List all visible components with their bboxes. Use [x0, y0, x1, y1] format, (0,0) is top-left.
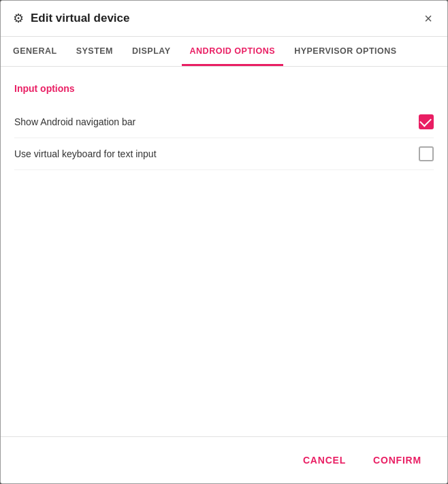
dialog-header: ⚙ Edit virtual device ×: [1, 1, 447, 37]
gear-icon: ⚙: [13, 11, 24, 26]
section-title: Input options: [14, 83, 434, 94]
cancel-button[interactable]: CANCEL: [289, 447, 359, 474]
dialog-body: Input options Show Android navigation ba…: [1, 67, 447, 436]
option-row-virtual-keyboard: Use virtual keyboard for text input: [14, 138, 434, 170]
confirm-button[interactable]: CONFIRM: [359, 447, 435, 474]
tab-hypervisor-options[interactable]: HYPERVISOR OPTIONS: [286, 37, 404, 66]
option-row-nav-bar: Show Android navigation bar: [14, 106, 434, 138]
nav-bar-label: Show Android navigation bar: [14, 116, 135, 127]
dialog-title: Edit virtual device: [31, 12, 421, 25]
nav-bar-checkbox[interactable]: [419, 114, 434, 129]
tab-android-options[interactable]: ANDROID OPTIONS: [182, 37, 284, 66]
edit-virtual-device-dialog: ⚙ Edit virtual device × GENERAL SYSTEM D…: [0, 0, 448, 484]
tab-display[interactable]: DISPLAY: [124, 37, 179, 66]
close-button[interactable]: ×: [421, 10, 435, 27]
virtual-keyboard-checkbox[interactable]: [419, 146, 434, 161]
tab-bar: GENERAL SYSTEM DISPLAY ANDROID OPTIONS H…: [1, 37, 447, 67]
tab-general[interactable]: GENERAL: [13, 37, 65, 66]
virtual-keyboard-label: Use virtual keyboard for text input: [14, 148, 157, 159]
tab-system[interactable]: SYSTEM: [68, 37, 121, 66]
dialog-footer: CANCEL CONFIRM: [1, 436, 447, 483]
